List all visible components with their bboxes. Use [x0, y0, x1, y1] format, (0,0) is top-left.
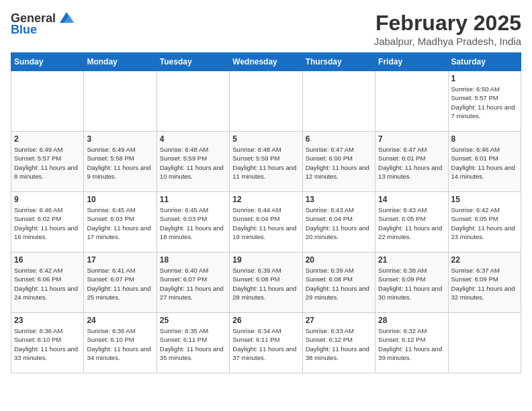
- day-info: Sunrise: 6:36 AM Sunset: 6:10 PM Dayligh…: [87, 326, 153, 362]
- day-number: 24: [87, 316, 153, 325]
- day-number: 9: [14, 195, 81, 204]
- day-info: Sunrise: 6:35 AM Sunset: 6:11 PM Dayligh…: [160, 326, 226, 362]
- day-number: 7: [378, 134, 445, 144]
- calendar-cell: 24Sunrise: 6:36 AM Sunset: 6:10 PM Dayli…: [84, 313, 157, 373]
- logo-icon: [57, 11, 76, 26]
- day-number: 21: [378, 255, 445, 265]
- calendar-cell: [11, 71, 84, 132]
- calendar-header-row: SundayMondayTuesdayWednesdayThursdayFrid…: [11, 53, 521, 71]
- day-number: 23: [14, 316, 81, 325]
- day-number: 13: [306, 195, 372, 204]
- calendar-cell: 5Sunrise: 6:48 AM Sunset: 5:59 PM Daylig…: [230, 132, 302, 192]
- day-number: 6: [306, 134, 372, 144]
- title-block: February 2025 Jabalpur, Madhya Pradesh, …: [374, 11, 521, 47]
- week-row-1: 1Sunrise: 6:50 AM Sunset: 5:57 PM Daylig…: [11, 71, 521, 132]
- calendar-cell: 21Sunrise: 6:38 AM Sunset: 6:09 PM Dayli…: [375, 253, 448, 313]
- day-info: Sunrise: 6:47 AM Sunset: 6:01 PM Dayligh…: [378, 145, 445, 181]
- calendar-cell: 20Sunrise: 6:39 AM Sunset: 6:08 PM Dayli…: [302, 253, 375, 313]
- day-number: 15: [451, 195, 518, 204]
- page-header: General Blue February 2025 Jabalpur, Mad…: [11, 11, 521, 47]
- day-info: Sunrise: 6:48 AM Sunset: 5:59 PM Dayligh…: [232, 145, 299, 181]
- calendar-cell: [448, 313, 521, 373]
- day-info: Sunrise: 6:45 AM Sunset: 6:03 PM Dayligh…: [160, 205, 226, 241]
- day-number: 28: [378, 316, 445, 325]
- calendar-cell: 28Sunrise: 6:32 AM Sunset: 6:12 PM Dayli…: [375, 313, 448, 373]
- logo: General Blue: [11, 11, 76, 37]
- calendar-cell: 9Sunrise: 6:46 AM Sunset: 6:02 PM Daylig…: [11, 192, 84, 253]
- calendar-cell: 26Sunrise: 6:34 AM Sunset: 6:11 PM Dayli…: [230, 313, 302, 373]
- day-info: Sunrise: 6:43 AM Sunset: 6:05 PM Dayligh…: [378, 205, 445, 241]
- location-title: Jabalpur, Madhya Pradesh, India: [374, 36, 521, 47]
- day-number: 12: [232, 195, 299, 204]
- day-number: 4: [160, 134, 226, 144]
- day-info: Sunrise: 6:34 AM Sunset: 6:11 PM Dayligh…: [232, 326, 299, 362]
- day-number: 27: [306, 316, 372, 325]
- day-number: 1: [451, 74, 518, 83]
- week-row-4: 16Sunrise: 6:42 AM Sunset: 6:06 PM Dayli…: [11, 253, 521, 313]
- day-info: Sunrise: 6:42 AM Sunset: 6:05 PM Dayligh…: [451, 205, 518, 241]
- day-info: Sunrise: 6:46 AM Sunset: 6:01 PM Dayligh…: [451, 145, 518, 181]
- day-info: Sunrise: 6:43 AM Sunset: 6:04 PM Dayligh…: [306, 205, 372, 241]
- day-number: 3: [87, 134, 153, 144]
- calendar-cell: 27Sunrise: 6:33 AM Sunset: 6:12 PM Dayli…: [302, 313, 375, 373]
- month-title: February 2025: [374, 11, 521, 36]
- day-number: 2: [14, 134, 81, 144]
- day-number: 14: [378, 195, 445, 204]
- calendar-cell: 11Sunrise: 6:45 AM Sunset: 6:03 PM Dayli…: [157, 192, 229, 253]
- day-number: 26: [232, 316, 299, 325]
- day-number: 18: [160, 255, 226, 265]
- day-info: Sunrise: 6:37 AM Sunset: 6:09 PM Dayligh…: [451, 266, 518, 302]
- calendar-cell: 3Sunrise: 6:49 AM Sunset: 5:58 PM Daylig…: [84, 132, 157, 192]
- header-thursday: Thursday: [302, 53, 375, 71]
- calendar-cell: 10Sunrise: 6:45 AM Sunset: 6:03 PM Dayli…: [84, 192, 157, 253]
- header-friday: Friday: [375, 53, 448, 71]
- calendar-cell: 16Sunrise: 6:42 AM Sunset: 6:06 PM Dayli…: [11, 253, 84, 313]
- calendar-cell: 25Sunrise: 6:35 AM Sunset: 6:11 PM Dayli…: [157, 313, 229, 373]
- day-number: 8: [451, 134, 518, 144]
- day-number: 17: [87, 255, 153, 265]
- day-info: Sunrise: 6:41 AM Sunset: 6:07 PM Dayligh…: [87, 266, 153, 302]
- day-info: Sunrise: 6:50 AM Sunset: 5:57 PM Dayligh…: [451, 85, 518, 120]
- calendar-cell: 22Sunrise: 6:37 AM Sunset: 6:09 PM Dayli…: [448, 253, 521, 313]
- day-info: Sunrise: 6:49 AM Sunset: 5:58 PM Dayligh…: [87, 145, 153, 181]
- day-info: Sunrise: 6:40 AM Sunset: 6:07 PM Dayligh…: [160, 266, 226, 302]
- calendar-cell: [302, 71, 375, 132]
- calendar-table: SundayMondayTuesdayWednesdayThursdayFrid…: [11, 52, 521, 373]
- calendar-cell: 18Sunrise: 6:40 AM Sunset: 6:07 PM Dayli…: [157, 253, 229, 313]
- calendar-cell: 4Sunrise: 6:48 AM Sunset: 5:59 PM Daylig…: [157, 132, 229, 192]
- day-number: 22: [451, 255, 518, 265]
- day-number: 25: [160, 316, 226, 325]
- calendar-cell: 19Sunrise: 6:39 AM Sunset: 6:08 PM Dayli…: [230, 253, 302, 313]
- day-info: Sunrise: 6:38 AM Sunset: 6:09 PM Dayligh…: [378, 266, 445, 302]
- calendar-cell: [375, 71, 448, 132]
- day-info: Sunrise: 6:39 AM Sunset: 6:08 PM Dayligh…: [232, 266, 299, 302]
- header-saturday: Saturday: [448, 53, 521, 71]
- week-row-2: 2Sunrise: 6:49 AM Sunset: 5:57 PM Daylig…: [11, 132, 521, 192]
- calendar-cell: 1Sunrise: 6:50 AM Sunset: 5:57 PM Daylig…: [448, 71, 521, 132]
- day-number: 20: [306, 255, 372, 265]
- calendar-cell: 12Sunrise: 6:44 AM Sunset: 6:04 PM Dayli…: [230, 192, 302, 253]
- calendar-cell: 14Sunrise: 6:43 AM Sunset: 6:05 PM Dayli…: [375, 192, 448, 253]
- day-number: 10: [87, 195, 153, 204]
- header-wednesday: Wednesday: [230, 53, 302, 71]
- week-row-3: 9Sunrise: 6:46 AM Sunset: 6:02 PM Daylig…: [11, 192, 521, 253]
- week-row-5: 23Sunrise: 6:36 AM Sunset: 6:10 PM Dayli…: [11, 313, 521, 373]
- logo-blue-text: Blue: [11, 23, 37, 37]
- day-info: Sunrise: 6:33 AM Sunset: 6:12 PM Dayligh…: [306, 326, 372, 362]
- day-number: 5: [232, 134, 299, 144]
- calendar-cell: 23Sunrise: 6:36 AM Sunset: 6:10 PM Dayli…: [11, 313, 84, 373]
- calendar-cell: 7Sunrise: 6:47 AM Sunset: 6:01 PM Daylig…: [375, 132, 448, 192]
- day-number: 11: [160, 195, 226, 204]
- day-info: Sunrise: 6:39 AM Sunset: 6:08 PM Dayligh…: [306, 266, 372, 302]
- calendar-cell: [230, 71, 302, 132]
- header-sunday: Sunday: [11, 53, 84, 71]
- calendar-cell: [157, 71, 229, 132]
- calendar-cell: [84, 71, 157, 132]
- day-number: 19: [232, 255, 299, 265]
- day-info: Sunrise: 6:32 AM Sunset: 6:12 PM Dayligh…: [378, 326, 445, 362]
- day-info: Sunrise: 6:47 AM Sunset: 6:00 PM Dayligh…: [306, 145, 372, 181]
- calendar-cell: 15Sunrise: 6:42 AM Sunset: 6:05 PM Dayli…: [448, 192, 521, 253]
- day-info: Sunrise: 6:45 AM Sunset: 6:03 PM Dayligh…: [87, 205, 153, 241]
- calendar-cell: 2Sunrise: 6:49 AM Sunset: 5:57 PM Daylig…: [11, 132, 84, 192]
- calendar-cell: 13Sunrise: 6:43 AM Sunset: 6:04 PM Dayli…: [302, 192, 375, 253]
